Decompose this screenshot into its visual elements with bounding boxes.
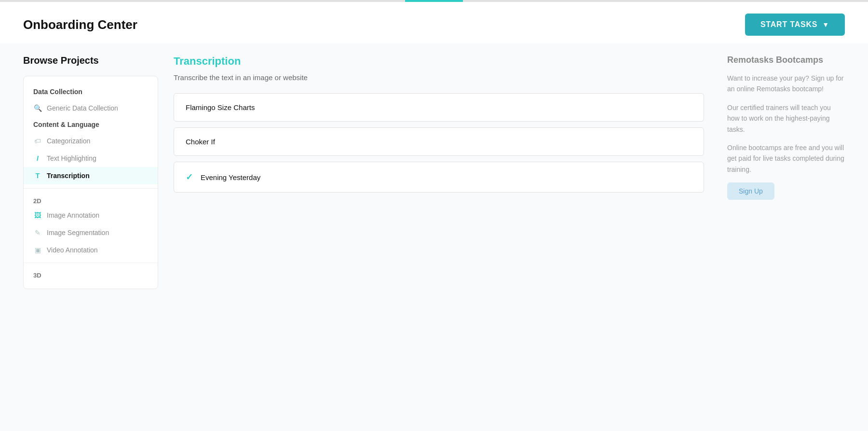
task-label: Choker If bbox=[186, 138, 215, 146]
search-icon: 🔍 bbox=[33, 104, 42, 112]
sidebar-panel: Data Collection 🔍 Generic Data Collectio… bbox=[23, 76, 158, 289]
chevron-down-icon: ▼ bbox=[822, 21, 829, 28]
header: Onboarding Center START TASKS ▼ bbox=[0, 2, 868, 43]
video-annotation-icon: ▣ bbox=[33, 246, 42, 254]
sidebar-item-video-annotation[interactable]: ▣ Video Annotation bbox=[24, 241, 158, 259]
start-tasks-label: START TASKS bbox=[760, 20, 817, 29]
task-card-evening[interactable]: ✓ Evening Yesterday bbox=[174, 162, 704, 193]
sidebar-item-label: Image Segmentation bbox=[47, 229, 109, 236]
sidebar-item-label: Generic Data Collection bbox=[47, 104, 118, 112]
image-segmentation-icon: ✎ bbox=[33, 228, 42, 237]
bootcamp-text-3: Online bootcamps are free and you will g… bbox=[727, 142, 845, 175]
task-card-flamingo[interactable]: Flamingo Size Charts bbox=[174, 93, 704, 122]
sidebar-item-transcription[interactable]: T Transcription bbox=[24, 167, 158, 184]
sidebar-item-categorization[interactable]: 🏷 Categorization bbox=[24, 132, 158, 150]
bootcamp-text-2: Our certified trainers will teach you ho… bbox=[727, 102, 845, 135]
bootcamp-title: Remotasks Bootcamps bbox=[727, 55, 845, 65]
top-progress-bar bbox=[0, 0, 868, 2]
transcription-icon: T bbox=[33, 171, 42, 180]
transcription-title: Transcription bbox=[174, 55, 704, 68]
transcription-subtitle: Transcribe the text in an image or websi… bbox=[174, 73, 704, 82]
main-layout: Browse Projects Data Collection 🔍 Generi… bbox=[0, 43, 868, 431]
section-label-2d: 2D bbox=[24, 193, 158, 207]
task-label: Flamingo Size Charts bbox=[186, 103, 255, 111]
progress-indicator bbox=[405, 0, 463, 2]
signup-button[interactable]: Sign Up bbox=[727, 182, 774, 200]
start-tasks-button[interactable]: START TASKS ▼ bbox=[745, 14, 845, 36]
sidebar-item-label: Text Highlighting bbox=[47, 154, 96, 162]
browse-projects-title: Browse Projects bbox=[23, 55, 158, 66]
sidebar-item-image-annotation[interactable]: 🖼 Image Annotation bbox=[24, 207, 158, 224]
section-label-data-collection: Data Collection bbox=[24, 84, 158, 99]
sidebar-item-label: Transcription bbox=[47, 172, 90, 180]
text-highlight-icon: I bbox=[33, 154, 42, 163]
task-label: Evening Yesterday bbox=[201, 173, 260, 181]
sidebar-item-label: Video Annotation bbox=[47, 246, 98, 254]
task-card-choker[interactable]: Choker If bbox=[174, 127, 704, 156]
sidebar-item-text-highlighting[interactable]: I Text Highlighting bbox=[24, 150, 158, 167]
section-divider-2 bbox=[24, 263, 158, 263]
signup-label: Sign Up bbox=[739, 187, 763, 195]
checkmark-icon: ✓ bbox=[186, 172, 193, 182]
tag-icon: 🏷 bbox=[33, 137, 42, 145]
sidebar: Browse Projects Data Collection 🔍 Generi… bbox=[23, 43, 158, 431]
sidebar-item-generic-data-collection[interactable]: 🔍 Generic Data Collection bbox=[24, 99, 158, 117]
section-divider bbox=[24, 188, 158, 189]
page-title: Onboarding Center bbox=[23, 17, 137, 32]
section-label-3d: 3D bbox=[24, 267, 158, 281]
sidebar-item-image-segmentation[interactable]: ✎ Image Segmentation bbox=[24, 224, 158, 241]
image-annotation-icon: 🖼 bbox=[33, 211, 42, 220]
sidebar-item-label: Categorization bbox=[47, 137, 90, 145]
section-label-content-language: Content & Language bbox=[24, 117, 158, 132]
sidebar-item-label: Image Annotation bbox=[47, 211, 99, 219]
right-sidebar: Remotasks Bootcamps Want to increase you… bbox=[719, 43, 845, 431]
center-content: Transcription Transcribe the text in an … bbox=[158, 43, 719, 431]
bootcamp-text-1: Want to increase your pay? Sign up for a… bbox=[727, 73, 845, 95]
